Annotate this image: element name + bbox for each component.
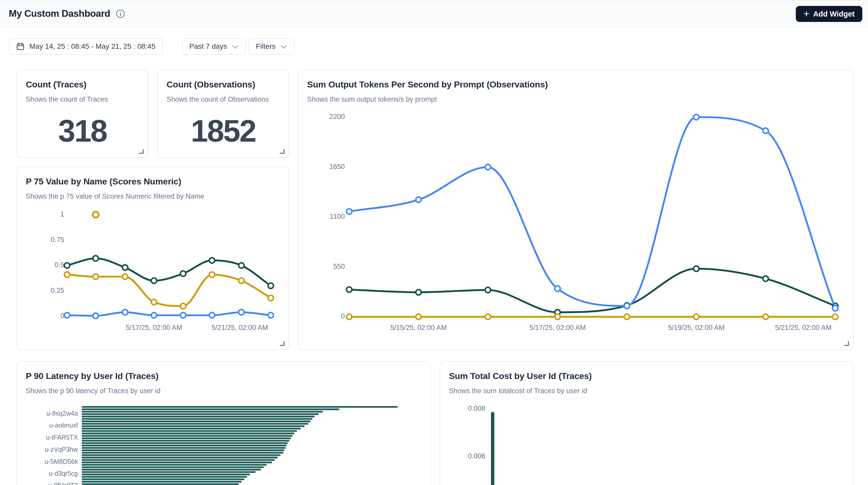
bar[interactable] xyxy=(82,457,278,458)
bar[interactable] xyxy=(82,481,242,483)
data-point-blue[interactable] xyxy=(239,310,244,315)
data-point-teal[interactable] xyxy=(239,263,244,268)
data-point-blue[interactable] xyxy=(268,313,274,318)
line-chart: 05501100165022005/15/25, 02:00 AM5/17/25… xyxy=(298,70,854,351)
bar[interactable] xyxy=(82,469,261,471)
data-point-blue[interactable] xyxy=(763,128,769,133)
data-point-amber[interactable] xyxy=(239,278,244,283)
resize-corner-icon[interactable] xyxy=(279,148,285,154)
bar[interactable] xyxy=(82,437,291,439)
data-point-amber[interactable] xyxy=(555,314,560,320)
data-point-amber[interactable] xyxy=(93,212,99,218)
bar[interactable] xyxy=(82,474,250,476)
data-point-teal[interactable] xyxy=(763,276,769,281)
bar[interactable] xyxy=(82,466,264,468)
bar[interactable] xyxy=(82,464,267,466)
bar[interactable] xyxy=(82,416,315,417)
data-point-teal[interactable] xyxy=(93,256,98,261)
data-point-amber[interactable] xyxy=(181,303,186,309)
data-point-teal[interactable] xyxy=(485,287,491,293)
widget-p90-latency-chart: u-8sq2w4au-aobnuxfu-tFAR5TXu-zVqP3hwu-5M… xyxy=(17,361,431,485)
bar[interactable] xyxy=(82,459,275,461)
add-widget-button[interactable]: + Add Widget xyxy=(796,6,862,22)
data-point-amber[interactable] xyxy=(485,314,491,320)
data-point-teal[interactable] xyxy=(181,271,186,276)
y-axis-category-label: u-d3qr5cg xyxy=(49,470,78,477)
resize-corner-icon[interactable] xyxy=(843,340,849,346)
bar[interactable] xyxy=(82,445,286,447)
info-icon[interactable] xyxy=(116,9,125,18)
data-point-amber[interactable] xyxy=(763,314,769,320)
y-axis-tick-label: 2200 xyxy=(329,113,345,120)
bar[interactable] xyxy=(82,421,310,422)
data-point-blue[interactable] xyxy=(694,115,699,120)
data-point-teal[interactable] xyxy=(347,287,352,292)
bar[interactable] xyxy=(82,476,247,478)
y-axis-tick-label: 1650 xyxy=(329,163,345,171)
data-point-amber[interactable] xyxy=(123,274,128,279)
data-point-amber[interactable] xyxy=(833,314,838,320)
data-point-teal[interactable] xyxy=(209,258,215,263)
resize-corner-icon[interactable] xyxy=(279,340,285,346)
y-axis-tick-label: 0 xyxy=(341,312,345,320)
bar[interactable] xyxy=(82,428,301,429)
data-point-amber[interactable] xyxy=(64,272,70,277)
bar[interactable] xyxy=(82,411,323,413)
bar[interactable] xyxy=(82,423,308,425)
data-point-amber[interactable] xyxy=(624,314,630,320)
data-point-blue[interactable] xyxy=(93,313,98,319)
data-point-amber[interactable] xyxy=(151,299,157,305)
bar[interactable] xyxy=(82,483,239,485)
bar[interactable] xyxy=(82,479,245,480)
data-point-blue[interactable] xyxy=(555,286,560,291)
data-point-blue[interactable] xyxy=(64,313,70,318)
widget-subtitle: Shows the sum totalcost of Traces by use… xyxy=(449,387,587,395)
bar[interactable] xyxy=(82,418,312,420)
bar[interactable] xyxy=(82,430,297,432)
data-point-blue[interactable] xyxy=(181,313,186,318)
resize-corner-icon[interactable] xyxy=(138,148,144,154)
bar[interactable] xyxy=(82,454,281,456)
bar[interactable] xyxy=(82,433,294,434)
bar[interactable] xyxy=(82,425,305,427)
data-point-blue[interactable] xyxy=(624,303,630,308)
data-point-amber[interactable] xyxy=(694,314,699,320)
widget-subtitle: Shows the sum output tokens/s by prompt xyxy=(307,95,437,103)
data-point-amber[interactable] xyxy=(347,314,352,320)
date-range-picker[interactable]: May 14, 25 : 08:45 - May 21, 25 : 08:45 xyxy=(9,38,163,55)
data-point-amber[interactable] xyxy=(209,272,215,277)
data-point-blue[interactable] xyxy=(833,305,838,311)
data-point-teal[interactable] xyxy=(64,263,70,268)
y-axis-category-label: u-8fVa9T3 xyxy=(48,482,78,485)
bar[interactable] xyxy=(82,447,285,449)
bar[interactable] xyxy=(82,406,398,408)
data-point-amber[interactable] xyxy=(416,314,422,320)
bar[interactable] xyxy=(82,442,288,444)
data-point-amber[interactable] xyxy=(268,295,274,301)
bar[interactable] xyxy=(82,408,339,410)
bar[interactable] xyxy=(82,449,284,451)
widget-count-observations: Count (Observations) Shows the count of … xyxy=(157,70,289,158)
data-point-amber[interactable] xyxy=(93,274,98,279)
bar[interactable] xyxy=(82,440,289,442)
data-point-blue[interactable] xyxy=(416,197,422,203)
bar[interactable] xyxy=(82,461,272,463)
data-point-blue[interactable] xyxy=(123,310,128,315)
data-point-teal[interactable] xyxy=(151,278,157,283)
y-axis-tick-label: 0 xyxy=(60,312,64,320)
data-point-blue[interactable] xyxy=(209,313,215,318)
bar[interactable] xyxy=(82,435,292,437)
data-point-teal[interactable] xyxy=(123,265,128,270)
data-point-teal[interactable] xyxy=(268,283,274,289)
time-preset-dropdown[interactable]: Past 7 days xyxy=(182,38,246,55)
data-point-blue[interactable] xyxy=(151,313,157,318)
data-point-blue[interactable] xyxy=(347,209,352,214)
data-point-teal[interactable] xyxy=(416,290,422,295)
bar[interactable] xyxy=(491,412,494,485)
bar[interactable] xyxy=(82,413,319,415)
bar[interactable] xyxy=(82,471,255,473)
data-point-blue[interactable] xyxy=(485,164,491,170)
bar[interactable] xyxy=(82,452,283,454)
data-point-teal[interactable] xyxy=(694,266,699,271)
filters-dropdown[interactable]: Filters xyxy=(249,38,294,55)
